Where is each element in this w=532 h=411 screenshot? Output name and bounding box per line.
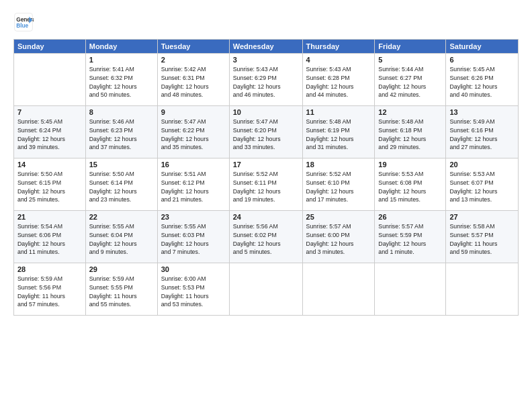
day-number: 25 (306, 213, 371, 221)
calendar-cell: 12Sunrise: 5:48 AM Sunset: 6:18 PM Dayli… (375, 106, 446, 158)
day-number: 21 (17, 213, 82, 221)
day-info: Sunrise: 5:57 AM Sunset: 5:59 PM Dayligh… (378, 222, 442, 257)
calendar-cell: 11Sunrise: 5:48 AM Sunset: 6:19 PM Dayli… (302, 106, 375, 158)
day-info: Sunrise: 5:45 AM Sunset: 6:26 PM Dayligh… (449, 65, 515, 99)
weekday-header-friday: Friday (375, 40, 446, 54)
day-info: Sunrise: 5:53 AM Sunset: 6:07 PM Dayligh… (449, 170, 515, 204)
day-info: Sunrise: 5:54 AM Sunset: 6:06 PM Dayligh… (17, 222, 82, 257)
day-number: 26 (378, 213, 442, 221)
calendar-cell: 19Sunrise: 5:53 AM Sunset: 6:08 PM Dayli… (375, 158, 446, 211)
day-info: Sunrise: 5:43 AM Sunset: 6:28 PM Dayligh… (306, 65, 371, 99)
calendar-cell: 7Sunrise: 5:45 AM Sunset: 6:24 PM Daylig… (14, 106, 86, 158)
day-number: 30 (161, 265, 226, 273)
day-number: 17 (233, 161, 299, 169)
calendar-table: SundayMondayTuesdayWednesdayThursdayFrid… (13, 39, 519, 316)
day-number: 10 (233, 108, 299, 116)
weekday-header-wednesday: Wednesday (229, 40, 302, 54)
calendar-cell: 3Sunrise: 5:43 AM Sunset: 6:29 PM Daylig… (229, 54, 302, 106)
day-number: 7 (17, 108, 82, 116)
day-number: 15 (89, 161, 154, 169)
day-number: 3 (233, 56, 299, 64)
day-info: Sunrise: 5:48 AM Sunset: 6:18 PM Dayligh… (378, 118, 442, 152)
calendar-cell: 14Sunrise: 5:50 AM Sunset: 6:15 PM Dayli… (14, 158, 86, 211)
day-number: 8 (89, 108, 154, 116)
day-info: Sunrise: 5:49 AM Sunset: 6:16 PM Dayligh… (449, 118, 515, 152)
calendar-cell: 26Sunrise: 5:57 AM Sunset: 5:59 PM Dayli… (375, 211, 446, 263)
day-info: Sunrise: 5:52 AM Sunset: 6:11 PM Dayligh… (233, 170, 299, 204)
calendar-cell: 23Sunrise: 5:55 AM Sunset: 6:03 PM Dayli… (157, 211, 229, 263)
calendar-cell: 13Sunrise: 5:49 AM Sunset: 6:16 PM Dayli… (446, 106, 519, 158)
day-info: Sunrise: 5:48 AM Sunset: 6:19 PM Dayligh… (306, 118, 371, 152)
day-info: Sunrise: 5:47 AM Sunset: 6:20 PM Dayligh… (233, 118, 299, 152)
calendar-cell: 18Sunrise: 5:52 AM Sunset: 6:10 PM Dayli… (302, 158, 375, 211)
day-number: 22 (89, 213, 154, 221)
day-info: Sunrise: 5:47 AM Sunset: 6:22 PM Dayligh… (161, 118, 226, 152)
day-info: Sunrise: 5:57 AM Sunset: 6:00 PM Dayligh… (306, 222, 371, 257)
calendar-cell: 2Sunrise: 5:42 AM Sunset: 6:31 PM Daylig… (157, 54, 229, 106)
calendar-cell: 16Sunrise: 5:51 AM Sunset: 6:12 PM Dayli… (157, 158, 229, 211)
day-number: 2 (161, 56, 226, 64)
logo: General Blue (13, 12, 34, 32)
calendar-cell: 5Sunrise: 5:44 AM Sunset: 6:27 PM Daylig… (375, 54, 446, 106)
day-number: 16 (161, 161, 226, 169)
calendar-cell: 15Sunrise: 5:50 AM Sunset: 6:14 PM Dayli… (85, 158, 157, 211)
day-info: Sunrise: 5:55 AM Sunset: 6:03 PM Dayligh… (161, 222, 226, 257)
day-info: Sunrise: 5:42 AM Sunset: 6:31 PM Dayligh… (161, 65, 226, 99)
day-info: Sunrise: 5:55 AM Sunset: 6:04 PM Dayligh… (89, 222, 154, 257)
calendar-cell: 29Sunrise: 5:59 AM Sunset: 5:55 PM Dayli… (85, 263, 157, 316)
day-info: Sunrise: 5:50 AM Sunset: 6:15 PM Dayligh… (17, 170, 82, 204)
calendar-cell: 8Sunrise: 5:46 AM Sunset: 6:23 PM Daylig… (85, 106, 157, 158)
weekday-header-monday: Monday (85, 40, 157, 54)
day-number: 20 (449, 161, 515, 169)
day-number: 27 (449, 213, 515, 221)
calendar-cell: 20Sunrise: 5:53 AM Sunset: 6:07 PM Dayli… (446, 158, 519, 211)
day-info: Sunrise: 5:53 AM Sunset: 6:08 PM Dayligh… (378, 170, 442, 204)
svg-text:Blue: Blue (16, 22, 28, 29)
day-number: 6 (449, 56, 515, 64)
day-info: Sunrise: 6:00 AM Sunset: 5:53 PM Dayligh… (161, 275, 226, 309)
logo-icon: General Blue (13, 12, 34, 32)
day-info: Sunrise: 5:59 AM Sunset: 5:56 PM Dayligh… (17, 275, 82, 309)
calendar-cell: 6Sunrise: 5:45 AM Sunset: 6:26 PM Daylig… (446, 54, 519, 106)
weekday-header-tuesday: Tuesday (157, 40, 229, 54)
calendar-cell (446, 263, 519, 316)
day-info: Sunrise: 5:51 AM Sunset: 6:12 PM Dayligh… (161, 170, 226, 204)
day-info: Sunrise: 5:46 AM Sunset: 6:23 PM Dayligh… (89, 118, 154, 152)
day-number: 9 (161, 108, 226, 116)
calendar-cell: 4Sunrise: 5:43 AM Sunset: 6:28 PM Daylig… (302, 54, 375, 106)
day-number: 28 (17, 265, 82, 273)
calendar-cell: 22Sunrise: 5:55 AM Sunset: 6:04 PM Dayli… (85, 211, 157, 263)
weekday-header-sunday: Sunday (14, 40, 86, 54)
calendar-cell: 24Sunrise: 5:56 AM Sunset: 6:02 PM Dayli… (229, 211, 302, 263)
calendar-cell (375, 263, 446, 316)
day-number: 12 (378, 108, 442, 116)
day-number: 24 (233, 213, 299, 221)
day-number: 11 (306, 108, 371, 116)
day-info: Sunrise: 5:44 AM Sunset: 6:27 PM Dayligh… (378, 65, 442, 99)
day-info: Sunrise: 5:45 AM Sunset: 6:24 PM Dayligh… (17, 118, 82, 152)
calendar-cell (229, 263, 302, 316)
calendar-cell: 30Sunrise: 6:00 AM Sunset: 5:53 PM Dayli… (157, 263, 229, 316)
day-number: 23 (161, 213, 226, 221)
day-info: Sunrise: 5:52 AM Sunset: 6:10 PM Dayligh… (306, 170, 371, 204)
calendar-cell: 21Sunrise: 5:54 AM Sunset: 6:06 PM Dayli… (14, 211, 86, 263)
calendar-cell: 25Sunrise: 5:57 AM Sunset: 6:00 PM Dayli… (302, 211, 375, 263)
page: General Blue SundayMondayTuesdayWednesda… (0, 0, 532, 411)
day-info: Sunrise: 5:41 AM Sunset: 6:32 PM Dayligh… (89, 65, 154, 99)
calendar-cell (302, 263, 375, 316)
header: General Blue (13, 12, 519, 32)
day-info: Sunrise: 5:58 AM Sunset: 5:57 PM Dayligh… (449, 222, 515, 257)
day-info: Sunrise: 5:59 AM Sunset: 5:55 PM Dayligh… (89, 275, 154, 309)
weekday-header-saturday: Saturday (446, 40, 519, 54)
calendar-cell: 1Sunrise: 5:41 AM Sunset: 6:32 PM Daylig… (85, 54, 157, 106)
day-info: Sunrise: 5:50 AM Sunset: 6:14 PM Dayligh… (89, 170, 154, 204)
weekday-header-thursday: Thursday (302, 40, 375, 54)
calendar-cell: 9Sunrise: 5:47 AM Sunset: 6:22 PM Daylig… (157, 106, 229, 158)
day-number: 18 (306, 161, 371, 169)
day-number: 5 (378, 56, 442, 64)
calendar-cell (14, 54, 86, 106)
day-number: 29 (89, 265, 154, 273)
day-info: Sunrise: 5:56 AM Sunset: 6:02 PM Dayligh… (233, 222, 299, 257)
calendar-cell: 10Sunrise: 5:47 AM Sunset: 6:20 PM Dayli… (229, 106, 302, 158)
calendar-cell: 28Sunrise: 5:59 AM Sunset: 5:56 PM Dayli… (14, 263, 86, 316)
